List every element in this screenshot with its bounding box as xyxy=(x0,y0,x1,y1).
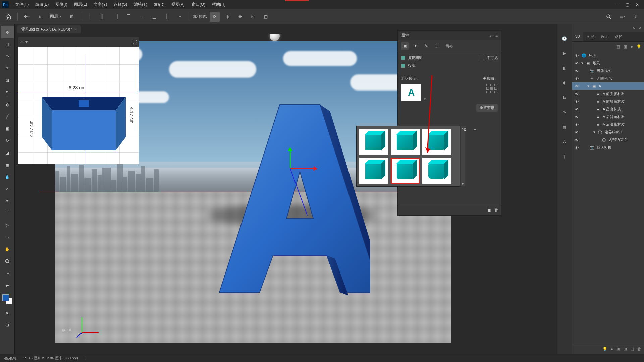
collapse-panel-icon[interactable]: ›› xyxy=(490,33,493,38)
menu-layer[interactable]: 图层(L) xyxy=(71,1,91,8)
character-panel-icon[interactable]: A xyxy=(560,137,569,146)
preset-menu-dropdown-icon[interactable]: ▾ xyxy=(474,127,476,132)
3d-orbit-icon[interactable]: ⟳ xyxy=(210,12,220,22)
quick-select-tool[interactable]: ✎ xyxy=(1,62,14,74)
preset-dropdown-icon[interactable]: ▾ xyxy=(424,97,426,101)
visibility-icon[interactable]: 👁 xyxy=(574,115,579,119)
preset-item-1[interactable] xyxy=(359,129,388,155)
properties-panel-icon[interactable]: ◧ xyxy=(560,64,569,72)
align-right-icon[interactable]: ▕ xyxy=(111,12,121,22)
visibility-icon[interactable]: 👁 xyxy=(574,54,579,58)
history-panel-icon[interactable]: 🕐 xyxy=(560,34,569,43)
stamp-tool[interactable]: ▣ xyxy=(1,123,14,135)
type-tool[interactable]: T xyxy=(1,207,14,219)
history-brush-tool[interactable]: ↻ xyxy=(1,135,14,147)
brush-tool[interactable]: ╱ xyxy=(1,111,14,123)
mini-camera-icon[interactable]: ▾ xyxy=(25,40,28,44)
workspace-icon[interactable]: ▭▾ xyxy=(617,12,627,22)
cast-shadow-checkbox[interactable] xyxy=(401,56,405,60)
menu-view[interactable]: 视图(V) xyxy=(168,1,188,8)
collapse-right-icon[interactable]: ›› xyxy=(639,26,641,31)
new-material-icon[interactable]: ● xyxy=(611,347,613,351)
visibility-icon[interactable]: 👁 xyxy=(574,130,579,134)
move-tool-icon[interactable]: ✥▾ xyxy=(22,12,32,22)
close-button[interactable]: ✕ xyxy=(635,2,640,7)
menu-help[interactable]: 帮助(H) xyxy=(209,1,229,8)
visibility-icon[interactable]: 👁 xyxy=(574,146,579,150)
layer-material-4[interactable]: 👁●A 后斜面材质 xyxy=(572,113,644,121)
delete-icon[interactable]: 🗑 xyxy=(637,347,641,351)
layer-current-view[interactable]: 👁📷当前视图 xyxy=(572,67,644,75)
layer-constraint-2[interactable]: 👁◯内部约束 2 xyxy=(572,136,644,144)
collapse-left-icon[interactable]: ‹‹ xyxy=(633,26,635,31)
add-object-icon[interactable]: ◫ xyxy=(630,347,634,351)
healing-tool[interactable]: ◐ xyxy=(1,99,14,111)
home-button[interactable] xyxy=(3,12,13,22)
align-bottom-icon[interactable]: ▁ xyxy=(149,12,159,22)
brushes-panel-icon[interactable]: ✎ xyxy=(560,108,569,117)
3d-roll-icon[interactable]: ◎ xyxy=(222,12,232,22)
layer-material-5[interactable]: 👁●A 后膨胀材质 xyxy=(572,121,644,128)
quick-mask-tool[interactable]: ◙ xyxy=(1,307,14,319)
layer-default-camera[interactable]: 👁📷默认相机 xyxy=(572,144,644,152)
mini-expand-icon[interactable]: ⛶ xyxy=(132,40,137,44)
status-menu-icon[interactable]: 〉 xyxy=(85,356,89,361)
tab-channels[interactable]: 通道 xyxy=(597,32,611,41)
layer-environment[interactable]: 👁🌐环境 xyxy=(572,52,644,59)
new-layer-icon[interactable]: ⊞ xyxy=(624,347,627,351)
marquee-tool[interactable]: ◫ xyxy=(1,38,14,50)
tab-layers[interactable]: 图层 xyxy=(583,32,597,41)
3d-scale-icon[interactable]: ◫ xyxy=(261,12,271,22)
deform-tab-icon[interactable]: ✦ xyxy=(412,42,419,50)
menu-select[interactable]: 选择(S) xyxy=(110,1,130,8)
layer-material-3[interactable]: 👁●A 凸出材质 xyxy=(572,105,644,113)
filter-light-icon[interactable]: 💡 xyxy=(636,44,641,49)
search-icon[interactable] xyxy=(604,12,614,22)
blur-tool[interactable]: 💧 xyxy=(1,171,14,183)
coords-tab-icon[interactable]: ⊕ xyxy=(433,42,441,50)
share-icon[interactable]: ⇪ xyxy=(631,12,641,22)
delete-icon[interactable]: 🗑 xyxy=(494,208,498,213)
filter-mesh-icon[interactable]: ▣ xyxy=(624,44,627,49)
visibility-icon[interactable]: 👁 xyxy=(574,61,579,65)
crop-tool[interactable]: ⊡ xyxy=(1,74,14,86)
gear-icon[interactable]: ⚙ xyxy=(463,127,467,132)
menu-type[interactable]: 文字(Y) xyxy=(90,1,110,8)
maximize-button[interactable]: ▢ xyxy=(625,2,630,7)
layer-scene[interactable]: 👁▾▣场景 xyxy=(572,59,644,67)
visibility-icon[interactable]: 👁 xyxy=(574,69,579,73)
secondary-3d-view[interactable]: × ▾ ⛶ 6.28 cm xyxy=(18,37,139,164)
transform-controls-icon[interactable]: ⊞ xyxy=(67,12,77,22)
visibility-icon[interactable]: 👁 xyxy=(574,84,579,88)
eyedropper-tool[interactable]: ⚲ xyxy=(1,86,14,99)
panel-menu-icon[interactable]: ≡ xyxy=(495,33,498,38)
shape-tool[interactable]: ▭ xyxy=(1,231,14,243)
preset-item-5-selected[interactable] xyxy=(391,158,420,184)
dodge-tool[interactable]: ○ xyxy=(1,183,14,195)
distribute-icon[interactable]: ┃ xyxy=(162,12,172,22)
preset-scrollbar[interactable]: ▲ ▼ xyxy=(461,126,465,186)
menu-image[interactable]: 图像(I) xyxy=(52,1,70,8)
gizmo-y-axis[interactable] xyxy=(290,148,291,168)
align-left-icon[interactable]: ▏ xyxy=(85,12,95,22)
new-light-icon[interactable]: 💡 xyxy=(602,347,607,351)
projection-checkbox[interactable] xyxy=(401,64,405,68)
layer-dropdown[interactable]: 图层▾ xyxy=(47,13,64,20)
visibility-icon[interactable]: 👁 xyxy=(574,100,579,104)
lasso-tool[interactable]: ⊃ xyxy=(1,50,14,62)
preset-item-2[interactable] xyxy=(391,129,420,155)
menu-3d[interactable]: 3D(D) xyxy=(151,1,168,8)
align-top-icon[interactable]: ▔ xyxy=(123,12,133,22)
menu-filter[interactable]: 滤镜(T) xyxy=(130,1,150,8)
preset-item-3[interactable] xyxy=(422,129,451,155)
pen-tool[interactable]: ✒ xyxy=(1,195,14,207)
visibility-icon[interactable]: 👁 xyxy=(574,107,579,111)
layer-a-mesh[interactable]: 👁▾▣A xyxy=(572,82,644,90)
3d-move-icon[interactable]: ✥ xyxy=(68,328,72,333)
layer-constraint-1[interactable]: 👁▾◯边界约束 1 xyxy=(572,128,644,136)
zoom-tool[interactable] xyxy=(1,255,14,267)
lighting-widget[interactable] xyxy=(270,34,280,41)
properties-header[interactable]: 属性 ›› ≡ xyxy=(398,31,501,40)
move-tool[interactable]: ✥ xyxy=(1,26,14,38)
visibility-icon[interactable]: 👁 xyxy=(574,92,579,96)
